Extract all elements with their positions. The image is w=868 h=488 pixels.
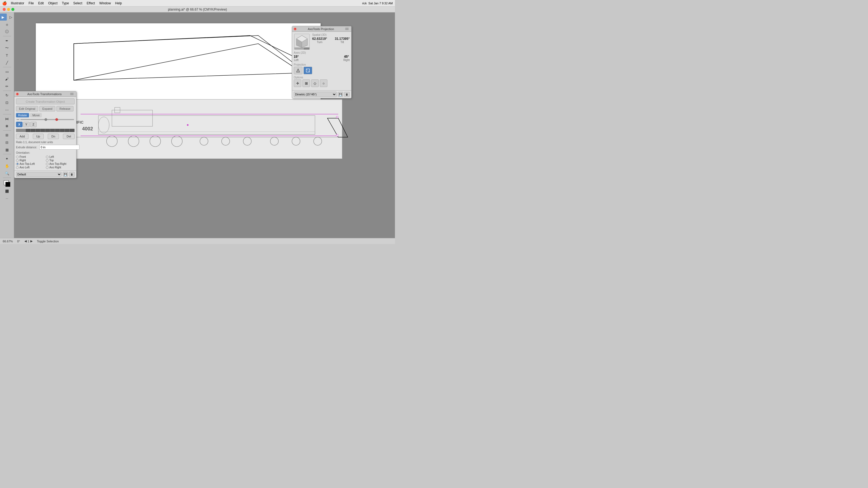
axo-projection-menu-button[interactable] [345, 27, 350, 31]
symbol-spray-button[interactable]: ❋ [3, 123, 11, 130]
stroke-swatch[interactable] [5, 182, 10, 187]
menu-effect[interactable]: Effect [85, 1, 97, 6]
proj-left-btn[interactable] [294, 67, 303, 74]
maximize-window-button[interactable] [11, 8, 14, 11]
menu-file[interactable]: File [27, 1, 35, 6]
axo-transform-menu-button[interactable] [70, 93, 74, 96]
paintbrush-tool-button[interactable]: 🖌 [3, 75, 11, 83]
menu-type[interactable]: Type [60, 1, 71, 6]
zoom-level[interactable]: 66.67% [3, 240, 13, 243]
tab-expand[interactable]: Expand [39, 106, 55, 111]
dn-button[interactable]: Dn [48, 134, 59, 139]
extrude-input[interactable] [39, 145, 80, 150]
gradient-tool-button[interactable]: ▦ [3, 146, 11, 153]
prev-page-button[interactable]: ◀ [24, 239, 27, 243]
axo-projection-titlebar[interactable]: × AxoTools Projection [292, 26, 351, 32]
radio-front[interactable] [16, 156, 19, 158]
pencil-tool-button[interactable]: ✏ [3, 83, 11, 90]
curvature-tool-button[interactable]: 〜 [3, 44, 11, 52]
x-axis-button[interactable]: X [16, 122, 23, 127]
menu-help[interactable]: Help [113, 1, 124, 6]
menu-illustrator[interactable]: Illustrator [9, 1, 26, 6]
warp-tool-button[interactable]: ⋯ [3, 106, 11, 113]
next-page-button[interactable]: ▶ [30, 239, 33, 243]
orientation-axo-top-right[interactable]: Axo Top-Right [46, 162, 74, 165]
orientation-top[interactable]: Top [46, 159, 74, 162]
sub-tab-move[interactable]: Move [30, 113, 42, 118]
up-button[interactable]: Up [33, 134, 44, 139]
axis-handle[interactable] [55, 118, 58, 121]
more-tools-button[interactable]: ··· [3, 195, 11, 202]
orientation-axo-top-left[interactable]: Axo Top-Left [16, 162, 45, 165]
zoom-tool-button[interactable]: 🔍 [3, 170, 11, 177]
turn-group: 62.63219° Turn [312, 37, 327, 44]
y-axis-button[interactable]: Y [23, 122, 30, 127]
3d-view-button[interactable]: ⬛ [3, 188, 11, 195]
menu-object[interactable]: Object [46, 1, 59, 6]
tab-release[interactable]: Release [56, 106, 73, 111]
add-button[interactable]: Add [16, 134, 29, 139]
proj-save-button[interactable]: 💾 [338, 92, 343, 97]
lasso-tool-button[interactable]: ⌾ [3, 21, 11, 28]
options-diamond-btn[interactable]: ◇ [311, 79, 319, 87]
tilt-group: 31.17395° Tilt [335, 37, 350, 44]
orientation-right[interactable]: Right [16, 159, 45, 162]
proj-delete-button[interactable]: 🗑 [344, 92, 350, 97]
hand-tool-button[interactable]: ✋ [3, 162, 11, 169]
canvas-area[interactable]: PACIFIC 4002 [14, 12, 395, 238]
radio-right[interactable] [16, 159, 19, 162]
orientation-left[interactable]: Left [46, 155, 74, 158]
mesh-tool-button[interactable]: ⊟ [3, 139, 11, 146]
menu-window[interactable]: Window [97, 1, 113, 6]
radio-axo-top-left[interactable] [16, 163, 19, 165]
rotate-tool-button[interactable]: ↻ [3, 92, 11, 99]
radio-axo-top-right[interactable] [46, 163, 49, 165]
axo-transform-footer: Default 💾 🗑 [14, 170, 76, 178]
scale-tool-button[interactable]: ⊡ [3, 99, 11, 106]
axo-projection-panel: × AxoTools Projection [292, 26, 351, 98]
tab-edit-original[interactable]: Edit Original [16, 106, 38, 111]
selection-tool-button[interactable]: ▶ [0, 13, 7, 21]
proj-right-btn[interactable] [304, 67, 312, 74]
line-tool-button[interactable]: ╱ [3, 59, 11, 66]
options-sphere-btn[interactable]: ○ [320, 79, 328, 87]
orientation-axo-left[interactable]: Axo Left [16, 166, 45, 169]
axo-transform-close-button[interactable]: × [16, 93, 19, 95]
color-swatch-group[interactable] [3, 179, 11, 187]
eyedropper-button[interactable]: ✦ [3, 155, 11, 162]
options-crosshair-btn[interactable]: ✛ [294, 79, 301, 87]
menu-select[interactable]: Select [71, 1, 84, 6]
graph-tool-button[interactable]: ⊞ [3, 131, 11, 138]
apple-menu[interactable]: 🍎 [2, 1, 7, 5]
minimize-window-button[interactable] [7, 8, 10, 11]
axo-projection-close-button[interactable]: × [294, 28, 297, 30]
del-button[interactable]: Del [63, 134, 74, 139]
info-tool-button[interactable]: ⓘ [3, 28, 11, 35]
projection-preset-select[interactable]: Dimetric (15°/45°) [294, 92, 337, 97]
axo-transform-titlebar[interactable]: × AxoTools Transformations [14, 91, 76, 97]
create-transformation-object-button[interactable]: Create Transformation Object [16, 98, 74, 104]
sub-tab-rotate[interactable]: Rotate [16, 113, 29, 118]
axis-slider[interactable] [20, 119, 74, 120]
footer-save-button[interactable]: 💾 [63, 172, 68, 177]
options-label: Options [294, 76, 350, 79]
tool-group-selection: ▶ ▷ [0, 13, 14, 21]
radio-top[interactable] [46, 159, 49, 162]
menu-edit[interactable]: Edit [36, 1, 46, 6]
pen-tool-button[interactable]: ✒ [3, 37, 11, 44]
footer-delete-button[interactable]: 🗑 [69, 172, 74, 177]
orientation-front[interactable]: Front [16, 155, 45, 158]
close-window-button[interactable] [3, 8, 6, 11]
radio-left[interactable] [46, 156, 49, 158]
z-axis-button[interactable]: Z [30, 122, 37, 127]
axis-center-handle[interactable] [44, 118, 47, 121]
blend-tool-button[interactable]: ⋈ [3, 115, 11, 122]
radio-axo-right[interactable] [46, 166, 49, 169]
direct-selection-tool-button[interactable]: ▷ [7, 13, 14, 21]
type-tool-button[interactable]: T [3, 52, 11, 59]
radio-axo-left[interactable] [16, 166, 19, 169]
rectangle-tool-button[interactable]: ▭ [3, 68, 11, 75]
transform-preset-select[interactable]: Default [16, 172, 62, 177]
orientation-axo-right[interactable]: Axo Right [46, 166, 74, 169]
options-box-btn[interactable]: ⊞ [303, 79, 310, 87]
